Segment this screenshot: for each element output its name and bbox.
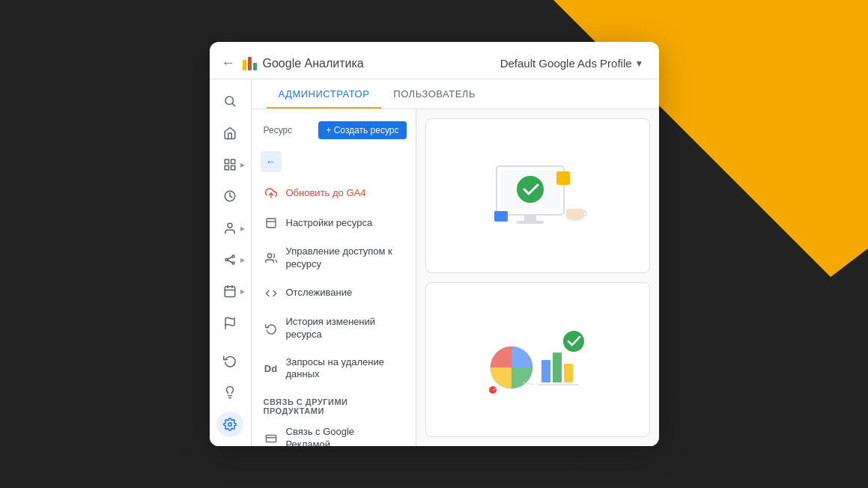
svg-line-11 (228, 257, 232, 259)
back-menu-item[interactable]: ← (252, 145, 416, 178)
svg-rect-30 (517, 221, 544, 224)
sidebar-icon-flag[interactable] (216, 311, 243, 336)
create-resource-button[interactable]: + Создать ресурс (318, 121, 406, 139)
svg-rect-29 (524, 215, 536, 221)
sidebar-icon-search[interactable] (216, 88, 243, 114)
menu-item-data-deletion-text: Запросы на удаление данных (286, 356, 398, 382)
logo-bars (243, 57, 257, 70)
menu-item-upgrade[interactable]: Обновить до GA4 (252, 178, 410, 208)
svg-rect-39 (553, 353, 562, 382)
svg-rect-25 (266, 436, 276, 442)
monitor-illustration-svg (478, 155, 598, 237)
svg-point-7 (228, 223, 232, 228)
sidebar: ▶ ▶ ▶ ▶ (210, 79, 252, 446)
tabs: АДМИНИСТРАТОР ПОЛЬЗОВАТЕЛЬ (252, 79, 659, 109)
menu-item-data-deletion[interactable]: Dd Запросы на удаление данных (252, 349, 410, 389)
svg-rect-32 (556, 171, 570, 185)
menu-item-tracking[interactable]: Отслеживание (252, 278, 410, 308)
history-icon (264, 321, 279, 336)
content-area: Ресурс + Создать ресурс ← Обновить до GA… (252, 109, 659, 446)
resource-label: Ресурс (264, 125, 293, 135)
menu-panel: Ресурс + Создать ресурс ← Обновить до GA… (252, 109, 416, 446)
sidebar-icon-calendar[interactable]: ▶ (216, 278, 243, 304)
svg-rect-22 (267, 219, 276, 228)
menu-item-settings-text: Настройки ресурса (286, 217, 373, 230)
sidebar-icon-clock[interactable] (216, 183, 243, 209)
main-content: ▶ ▶ ▶ ▶ (210, 79, 659, 446)
sidebar-icon-sync[interactable] (216, 348, 243, 373)
menu-item-google-ads[interactable]: Связь с Google Рекламой (252, 418, 410, 446)
menu-item-access-text: Управление доступом к ресурсу (286, 245, 398, 271)
expand-arrow-icon: ▶ (240, 288, 245, 295)
chevron-down-icon: ▼ (635, 58, 644, 69)
header-logo: Google Аналитика (243, 57, 364, 70)
upgrade-icon (264, 186, 279, 201)
window-card: ← Google Аналитика Default Google Ads Pr… (210, 42, 659, 446)
tab-admin[interactable]: АДМИНИСТРАТОР (267, 79, 382, 109)
svg-rect-35 (566, 209, 584, 219)
svg-rect-33 (494, 211, 508, 222)
expand-arrow-icon: ▶ (240, 256, 245, 263)
data-deletion-icon: Dd (264, 361, 279, 376)
back-icon[interactable]: ← (222, 55, 235, 71)
expand-arrow-icon: ▶ (240, 161, 245, 168)
svg-rect-2 (225, 159, 228, 163)
app-title: Google Аналитика (263, 57, 364, 70)
logo-bar-red (248, 57, 252, 70)
menu-item-access[interactable]: Управление доступом к ресурсу (252, 238, 410, 278)
svg-point-0 (225, 97, 234, 105)
svg-rect-13 (225, 287, 235, 297)
svg-line-12 (228, 260, 232, 263)
svg-rect-40 (564, 364, 573, 382)
sidebar-icon-insights[interactable]: ▶ (216, 247, 243, 272)
menu-item-settings[interactable]: Настройки ресурса (252, 208, 410, 238)
svg-rect-3 (231, 159, 235, 163)
svg-point-20 (228, 423, 232, 427)
logo-bar-yellow (243, 60, 246, 70)
sidebar-icon-dashboard[interactable]: ▶ (216, 152, 243, 177)
sidebar-icon-lightbulb[interactable] (216, 379, 243, 405)
svg-point-31 (517, 176, 544, 203)
logo-bar-green (253, 63, 257, 70)
menu-item-history-text: История изменений ресурса (286, 316, 398, 341)
profile-selector[interactable]: Default Google Ads Profile ▼ (500, 57, 644, 70)
illustration-monitor (425, 118, 650, 273)
tab-user[interactable]: ПОЛЬЗОВАТЕЛЬ (381, 79, 488, 109)
svg-line-1 (232, 104, 234, 106)
svg-rect-4 (225, 165, 228, 169)
chart-illustration-svg (478, 319, 598, 401)
svg-point-42 (563, 331, 584, 352)
menu-item-google-ads-text: Связь с Google Рекламой (286, 426, 398, 446)
content-panel: АДМИНИСТРАТОР ПОЛЬЗОВАТЕЛЬ Ресурс + Созд… (252, 79, 659, 446)
tracking-icon (264, 286, 279, 301)
menu-item-tracking-text: Отслеживание (286, 287, 353, 299)
google-ads-icon (264, 431, 279, 446)
menu-item-history[interactable]: История изменений ресурса (252, 308, 410, 349)
illustration-panel (416, 109, 659, 446)
resource-header: Ресурс + Создать ресурс (252, 115, 416, 145)
expand-arrow-icon: ▶ (240, 225, 245, 231)
linked-section-label: СВЯЗЬ С ДРУГИМИ ПРОДУКТАМИ (252, 388, 416, 418)
sidebar-icon-person[interactable]: ▶ (216, 215, 243, 240)
back-arrow-icon: ← (261, 151, 282, 172)
settings-icon (264, 216, 279, 231)
svg-rect-38 (541, 360, 550, 382)
access-icon (264, 251, 279, 266)
sidebar-icon-home[interactable] (216, 120, 243, 145)
svg-rect-5 (231, 165, 235, 169)
menu-item-upgrade-text: Обновить до GA4 (286, 187, 366, 200)
sidebar-icon-settings[interactable] (216, 412, 243, 437)
header: ← Google Аналитика Default Google Ads Pr… (210, 42, 659, 79)
profile-name: Default Google Ads Profile (500, 57, 632, 70)
illustration-chart (425, 282, 650, 437)
svg-point-24 (267, 254, 271, 257)
